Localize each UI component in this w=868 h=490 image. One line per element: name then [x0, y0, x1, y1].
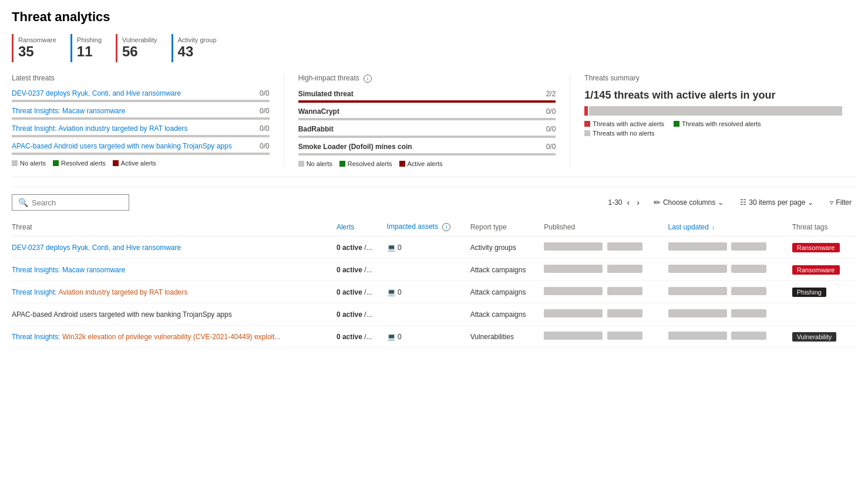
latest-threats-legend: No alerts Resolved alerts Active alerts: [12, 160, 270, 167]
updated-blurred-2b: [731, 265, 766, 273]
stat-phishing: Phishing 11: [70, 34, 116, 62]
choose-columns-chevron-icon: ⌄: [718, 198, 724, 207]
table-header-row: Threat Alerts Impacted assets i Report t…: [12, 218, 856, 236]
stat-vulnerability-value: 56: [122, 43, 157, 60]
impacted-cell-4: [387, 303, 470, 326]
published-blurred-5b: [607, 332, 642, 340]
pagination-prev-button[interactable]: ‹: [625, 197, 633, 208]
col-alerts[interactable]: Alerts: [337, 218, 387, 236]
threats-summary-panel: Threats summary 1/145 threats with activ…: [584, 74, 856, 167]
col-threat-tags[interactable]: Threat tags: [792, 218, 856, 236]
legend-resolved-alerts: Resolved alerts: [53, 160, 106, 167]
threat-link-3[interactable]: Threat Insight: Aviation industry target…: [12, 288, 188, 296]
report-type-cell-5: Vulnerabilities: [470, 326, 544, 348]
pagination-next-button[interactable]: ›: [634, 197, 642, 208]
threat-cell-1: DEV-0237 deploys Ryuk, Conti, and Hive r…: [12, 236, 337, 259]
stat-ransomware-value: 35: [18, 43, 56, 60]
updated-blurred-4b: [731, 309, 766, 317]
updated-cell-4: [668, 303, 792, 326]
hi-legend-resolved: Resolved alerts: [339, 160, 392, 167]
latest-threat-row-1: DEV-0237 deploys Ryuk, Conti, and Hive r…: [12, 89, 270, 102]
col-impacted[interactable]: Impacted assets i: [387, 218, 470, 236]
impacted-value-1: 0: [398, 244, 402, 252]
latest-threats-panel: Latest threats DEV-0237 deploys Ryuk, Co…: [12, 74, 284, 167]
tag-2: Ransomware: [792, 265, 840, 275]
high-impact-name-4[interactable]: Smoke Loader (Dofoil) mines coin: [298, 143, 541, 151]
choose-columns-label: Choose columns: [663, 198, 715, 207]
impacted-info-icon[interactable]: i: [442, 223, 450, 231]
threat-link-2[interactable]: Threat Insights: Macaw ransomware: [12, 266, 125, 274]
alerts-value-4: 0 active: [337, 310, 362, 319]
high-impact-row-2: WannaCrypt 0/0: [298, 107, 556, 120]
latest-threat-name-2[interactable]: Threat Insights: Macaw ransomware: [12, 107, 255, 115]
latest-threat-score-2: 0/0: [260, 107, 270, 115]
summary-legend-resolved: Threats with resolved alerts: [674, 120, 761, 127]
pagination-range: 1-30: [608, 198, 623, 207]
high-impact-row-3: BadRabbit 0/0: [298, 125, 556, 138]
high-impact-name-1[interactable]: Simulated threat: [298, 90, 541, 98]
table-row: DEV-0237 deploys Ryuk, Conti, and Hive r…: [12, 236, 856, 259]
tag-cell-1: Ransomware: [792, 236, 856, 259]
high-impact-name-2[interactable]: WannaCrypt: [298, 107, 541, 116]
legend-active-alerts: Active alerts: [113, 160, 156, 167]
filter-icon: ▿: [830, 198, 833, 207]
summary-headline: 1/145 threats with active alerts in your: [584, 89, 842, 102]
published-blurred-1b: [607, 242, 642, 251]
items-per-page-label: 30 items per page: [749, 198, 805, 207]
published-blurred-5: [544, 332, 603, 340]
stat-activity-label: Activity group: [178, 36, 217, 43]
report-type-cell-3: Attack campaigns: [470, 281, 544, 303]
col-published[interactable]: Published: [544, 218, 668, 236]
tag-3: Phishing: [792, 288, 826, 297]
report-type-cell-1: Activity groups: [470, 236, 544, 259]
updated-cell-5: [668, 326, 792, 348]
threat-link-1[interactable]: DEV-0237 deploys Ryuk, Conti, and Hive r…: [12, 244, 181, 252]
threat-cell-2: Threat Insights: Macaw ransomware: [12, 259, 337, 281]
table-row: Threat Insights: Macaw ransomware 0 acti…: [12, 259, 856, 281]
alerts-cell-2: 0 active /...: [337, 259, 387, 281]
alerts-cell-3: 0 active /...: [337, 281, 387, 303]
high-impact-panel: High-impact threats i Simulated threat 2…: [298, 74, 571, 167]
tag-cell-5: Vulnerability: [792, 326, 856, 348]
high-impact-name-3[interactable]: BadRabbit: [298, 125, 541, 133]
summary-legend-active: Threats with active alerts: [584, 120, 664, 127]
high-impact-info-icon[interactable]: i: [364, 75, 372, 83]
latest-threat-name-4[interactable]: APAC-based Android users targeted with n…: [12, 142, 255, 150]
items-per-page-button[interactable]: ☷ 30 items per page ⌄: [735, 196, 818, 209]
updated-blurred-3b: [731, 287, 766, 295]
alerts-value-3: 0 active: [337, 288, 362, 296]
threat-cell-5: Threat Insights: Win32k elevation of pri…: [12, 326, 337, 348]
stat-vulnerability-label: Vulnerability: [122, 36, 157, 43]
page-title: Threat analytics: [12, 9, 856, 25]
threat-cell-3: Threat Insight: Aviation industry target…: [12, 281, 337, 303]
latest-threat-name-3[interactable]: Threat Insight: Aviation industry target…: [12, 124, 255, 133]
device-icon-5: 💻: [387, 333, 396, 341]
device-icon-1: 💻: [387, 244, 396, 252]
col-last-updated[interactable]: Last updated ↓: [668, 218, 792, 236]
alerts-value-1: 0 active: [337, 244, 362, 252]
updated-blurred-4: [668, 309, 727, 317]
choose-columns-button[interactable]: ✏ Choose columns ⌄: [649, 195, 728, 209]
published-cell-1: [544, 236, 668, 259]
updated-blurred-1b: [731, 242, 766, 251]
published-blurred-4: [544, 309, 603, 317]
latest-threat-name-1[interactable]: DEV-0237 deploys Ryuk, Conti, and Hive r…: [12, 89, 255, 97]
col-report-type[interactable]: Report type: [470, 218, 544, 236]
search-input[interactable]: [32, 198, 102, 207]
col-threat[interactable]: Threat: [12, 218, 337, 236]
published-blurred-4b: [607, 309, 642, 317]
high-impact-legend: No alerts Resolved alerts Active alerts: [298, 160, 556, 167]
threat-link-5[interactable]: Threat Insights: Win32k elevation of pri…: [12, 333, 281, 341]
stat-vulnerability: Vulnerability 56: [116, 34, 171, 62]
high-impact-score-1: 2/2: [546, 90, 556, 98]
table-section: 🔍 1-30 ‹ › ✏ Choose columns ⌄ ☷ 30 items…: [12, 187, 856, 348]
filter-button[interactable]: ▿ Filter: [825, 196, 856, 209]
updated-blurred-1: [668, 242, 727, 251]
threat-cell-4: APAC-based Android users targeted with n…: [12, 303, 337, 326]
latest-threat-row-3: Threat Insight: Aviation industry target…: [12, 124, 270, 137]
high-impact-title: High-impact threats i: [298, 74, 556, 83]
stat-activity-value: 43: [178, 43, 217, 60]
search-box[interactable]: 🔍: [12, 194, 129, 211]
latest-threat-score-1: 0/0: [260, 89, 270, 97]
items-icon: ☷: [740, 198, 746, 207]
